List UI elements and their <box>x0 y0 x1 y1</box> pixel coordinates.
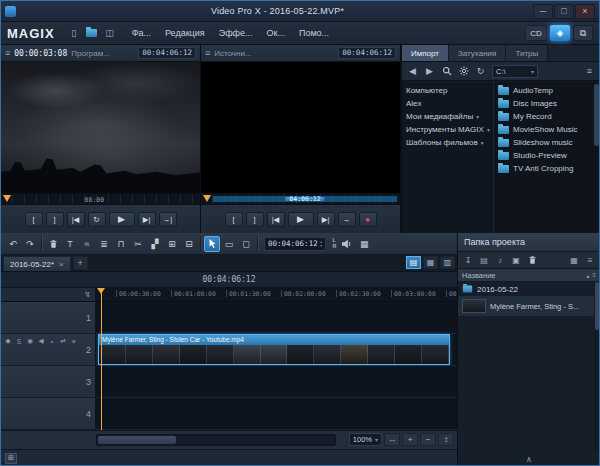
tree-item-4[interactable]: Инструменты MAGIX▾ <box>402 123 493 136</box>
group-objects-icon[interactable]: ⊞ <box>164 236 180 252</box>
track-header-1[interactable]: 1 <box>1 302 96 334</box>
mouse-mode-object-icon[interactable]: ◻ <box>238 236 254 252</box>
solo-icon[interactable]: S <box>14 336 24 346</box>
undo-icon[interactable]: ↶ <box>5 236 21 252</box>
settings-icon[interactable] <box>456 64 471 78</box>
mixer-icon[interactable]: ▦ <box>356 236 372 252</box>
program-position-bar[interactable]: 08:00 <box>1 193 200 205</box>
menu-item-1[interactable]: Фа... <box>125 25 158 41</box>
minimize-button[interactable]: ─ <box>533 4 553 19</box>
folder-item-1[interactable]: AudioTemp <box>494 84 600 97</box>
workspace-icon[interactable]: ⊞ <box>5 453 17 464</box>
track-header-4[interactable]: 4 <box>1 398 96 430</box>
mode-storyboard-button[interactable]: ▦ <box>423 256 438 269</box>
jump-end-button[interactable]: ▶| <box>138 212 156 227</box>
record-arm-icon[interactable]: ◉ <box>25 336 35 346</box>
record-audio-icon[interactable]: ♪ <box>493 254 507 267</box>
folder-item-6[interactable]: Studio-Preview <box>494 149 600 162</box>
delete-item-icon[interactable] <box>525 254 539 267</box>
movie-tab[interactable]: 2016-05-22* × <box>3 256 71 271</box>
ungroup-objects-icon[interactable]: ⊟ <box>181 236 197 252</box>
zoom-out-button[interactable]: − <box>420 433 436 446</box>
track-menu-icon[interactable]: ≡ <box>69 336 79 346</box>
scrollbar-thumb[interactable] <box>98 436 176 444</box>
open-project-icon[interactable] <box>84 26 100 41</box>
refresh-icon[interactable]: ↻ <box>473 64 488 78</box>
snapshot-icon[interactable]: ▣ <box>509 254 523 267</box>
mouse-mode-pointer-icon[interactable] <box>204 236 220 252</box>
nav-back-icon[interactable]: ◀ <box>405 64 420 78</box>
jump-start-button[interactable]: |◀ <box>67 212 85 227</box>
menu-item-3[interactable]: Эффе... <box>212 25 260 41</box>
project-column-header[interactable]: Название ▴ ≡ <box>458 269 600 282</box>
timeline-ruler[interactable]: ↯ 00:00:30:0000:01:00:0000:01:30:0000:02… <box>1 288 457 302</box>
source-position-bar[interactable]: 04:06:12 <box>201 193 400 205</box>
transitions-icon[interactable]: ⇄ <box>58 336 68 346</box>
source-video-frame[interactable] <box>201 62 400 193</box>
mode-overview-button[interactable]: ▥ <box>440 256 455 269</box>
redo-icon[interactable]: ↷ <box>22 236 38 252</box>
zoom-in-button[interactable]: + <box>402 433 418 446</box>
close-icon[interactable]: × <box>59 260 64 269</box>
playhead-marker-icon[interactable] <box>203 195 211 202</box>
track-lane-2[interactable]: Mylène Farmer, Sting - Stolen Car - Yout… <box>96 334 457 366</box>
mode-timeline-button[interactable]: ▤ <box>406 256 421 269</box>
snap-magnet-icon[interactable]: ⊓ <box>113 236 129 252</box>
loop-button[interactable]: ↻ <box>88 212 106 227</box>
import-file-icon[interactable]: ↧ <box>461 254 475 267</box>
media-pool-tab-2[interactable]: Затухания <box>449 45 506 61</box>
horizontal-scrollbar[interactable] <box>96 434 336 446</box>
tree-item-2[interactable]: Alex <box>402 97 493 110</box>
delete-object-icon[interactable] <box>45 236 61 252</box>
project-item-2[interactable]: Mylène Farmer, Sting - S... <box>458 296 594 316</box>
monitor-menu-icon[interactable]: ≡ <box>5 48 10 58</box>
track-lane-3[interactable] <box>96 366 457 398</box>
search-icon[interactable] <box>439 64 454 78</box>
close-button[interactable]: × <box>575 4 595 19</box>
tree-item-3[interactable]: Мои медиафайлы▾ <box>402 110 493 123</box>
save-project-icon[interactable]: ◫ <box>102 26 118 41</box>
collapse-panel-button[interactable]: ∧ <box>526 455 532 464</box>
folder-item-4[interactable]: MovieShow Music <box>494 123 600 136</box>
burn-cd-button[interactable]: CD <box>525 25 547 41</box>
folder-item-5[interactable]: Slideshow music <box>494 136 600 149</box>
envelope-curve-icon[interactable]: ≈ <box>79 236 95 252</box>
mouse-mode-range-icon[interactable]: ▭ <box>221 236 237 252</box>
jump-start-button[interactable]: |◀ <box>267 212 285 227</box>
bolt-icon[interactable]: ↯ <box>84 290 91 299</box>
nav-forward-icon[interactable]: ▶ <box>422 64 437 78</box>
timeline-clip[interactable]: Mylène Farmer, Sting - Stolen Car - Yout… <box>98 334 450 365</box>
program-monitor-toggle-button[interactable]: ⧉ <box>573 25 593 41</box>
audio-monitor-icon[interactable] <box>339 236 355 252</box>
media-pool-tab-3[interactable]: Титры <box>506 45 548 61</box>
mark-out-button[interactable]: ] <box>246 212 264 227</box>
mark-out-button[interactable]: ] <box>46 212 64 227</box>
program-video-frame[interactable] <box>1 62 200 193</box>
razor-icon[interactable]: ▞ <box>147 236 163 252</box>
folder-item-2[interactable]: Disc Images <box>494 97 600 110</box>
view-list-icon[interactable]: ≡ <box>582 64 597 78</box>
folder-item-7[interactable]: TV Anti Cropping <box>494 162 600 175</box>
range-play-button[interactable]: → <box>338 212 356 227</box>
tree-item-1[interactable]: Компьютер <box>402 84 493 97</box>
keyframe-icon[interactable]: ◆ <box>3 336 13 346</box>
monitor-menu-icon[interactable]: ≡ <box>205 48 210 58</box>
view-grid-icon[interactable]: ▦ <box>567 254 581 267</box>
play-button[interactable]: ▶ <box>288 212 314 227</box>
track-lane-1[interactable] <box>96 302 457 334</box>
media-pool-tab-1[interactable]: Импорт <box>402 45 449 61</box>
record-video-icon[interactable]: ▤ <box>477 254 491 267</box>
menu-item-5[interactable]: Помо... <box>292 25 336 41</box>
mark-in-button[interactable]: [ <box>225 212 243 227</box>
sort-up-icon[interactable]: ▴ <box>586 272 589 279</box>
source-range-bar[interactable]: 04:06:12 <box>213 196 397 202</box>
view-list-icon[interactable]: ≡ <box>583 254 597 267</box>
track-header-3[interactable]: 3 <box>1 366 96 398</box>
add-movie-button[interactable]: + <box>73 256 88 270</box>
title-editor-icon[interactable]: T <box>62 236 78 252</box>
playhead-marker-icon[interactable] <box>3 195 11 202</box>
jump-end-button[interactable]: ▶| <box>317 212 335 227</box>
project-item-1[interactable]: 2016-05-22 <box>458 282 594 296</box>
menu-item-2[interactable]: Редакция <box>158 25 212 41</box>
new-project-icon[interactable]: ▯ <box>66 26 82 41</box>
